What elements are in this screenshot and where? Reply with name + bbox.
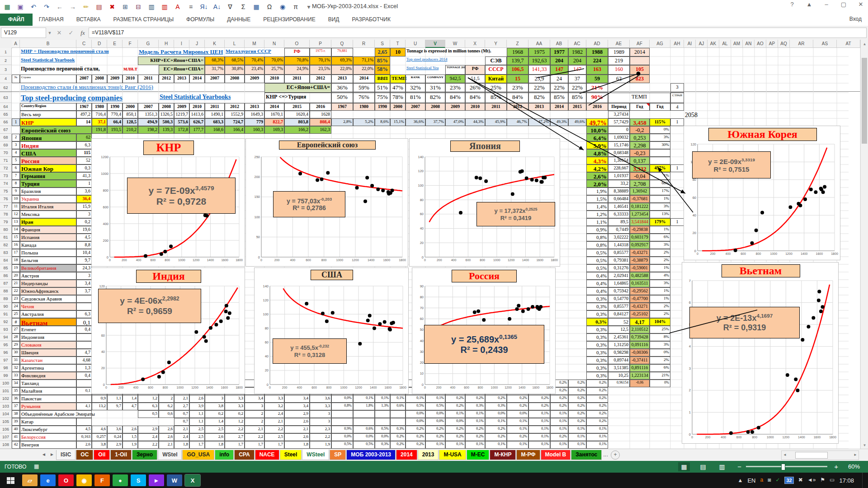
- cell-N107[interactable]: 2,5: [264, 433, 284, 441]
- cell-E65[interactable]: 770,4: [107, 111, 123, 118]
- cell-R104[interactable]: [353, 410, 375, 418]
- cell-AD106[interactable]: 0,1%: [586, 426, 608, 433]
- cell-Q3[interactable]: 22,0%: [331, 65, 353, 75]
- undo-icon[interactable]: ↶: [29, 2, 38, 12]
- cell-L66[interactable]: 724,7: [225, 118, 245, 126]
- cell-AF87[interactable]: 0,163511: [630, 280, 650, 287]
- cell-U66[interactable]: 36,6%: [406, 118, 425, 126]
- sheet-tab-М-РФ[interactable]: М-РФ: [516, 450, 540, 460]
- cell-O105[interactable]: 2,6: [284, 418, 310, 426]
- cell-T108[interactable]: 0,2%: [390, 441, 406, 449]
- cell-S63[interactable]: 75%: [375, 93, 390, 103]
- cell-AF80[interactable]: -0,29838: [630, 226, 650, 234]
- cell-C81[interactable]: 4,5: [76, 234, 92, 241]
- cell-AF100[interactable]: -0,06: [630, 380, 650, 387]
- cell-H64[interactable]: 2008: [159, 103, 174, 111]
- page-layout-view-icon[interactable]: ▤: [697, 462, 709, 471]
- cell-G66[interactable]: 494,9: [138, 118, 159, 126]
- hscroll-right-icon[interactable]: ►: [854, 453, 857, 457]
- sheet-tab-info[interactable]: info: [215, 450, 234, 460]
- sheet-tab-M-EC[interactable]: M-EC: [467, 450, 490, 460]
- cell-F65[interactable]: 850,1: [123, 111, 138, 118]
- cell-B2[interactable]: Steel Statistical Yearbook: [20, 56, 107, 65]
- cell-B84[interactable]: Бельгия: [20, 257, 76, 264]
- cell-AF67[interactable]: -0,2: [630, 126, 650, 134]
- cell-G102[interactable]: 1,2: [138, 395, 159, 403]
- sort-az-icon[interactable]: Я↓: [199, 2, 208, 12]
- cell-M2[interactable]: 70,4%: [245, 56, 264, 65]
- cell-C66[interactable]: 14: [76, 118, 92, 126]
- sheet-tab-OC[interactable]: OC: [76, 450, 93, 460]
- cell-U1[interactable]: Tonnage is expressed in million tonnes (…: [406, 48, 507, 56]
- cell-AB4[interactable]: 24: [550, 75, 568, 83]
- cell-AC2[interactable]: 204: [568, 56, 586, 65]
- cell-AD86[interactable]: 0,4%: [586, 272, 608, 280]
- cell-C84[interactable]: 9,7: [76, 257, 92, 264]
- cell-C98[interactable]: 1,3: [76, 364, 92, 372]
- tray-avast-icon[interactable]: a: [760, 477, 763, 484]
- cell-U102[interactable]: 0,1%: [406, 395, 425, 403]
- cell-B101[interactable]: Малайзия: [20, 387, 76, 395]
- cell-AD76[interactable]: 1,5%: [586, 195, 608, 203]
- cell-J103[interactable]: 3,9: [189, 403, 205, 410]
- cell-Q64[interactable]: 1967: [331, 103, 353, 111]
- cell-X104[interactable]: 0,1%: [465, 410, 485, 418]
- cell-C76[interactable]: 36,4: [76, 195, 92, 203]
- cell-S66[interactable]: 8,6%: [375, 118, 390, 126]
- cell-E108[interactable]: 2,9: [107, 441, 123, 449]
- cell-T105[interactable]: [390, 418, 406, 426]
- cell-AF68[interactable]: 0,253: [630, 134, 650, 141]
- cell-H63[interactable]: Steel Statistical Yearbooks: [159, 93, 264, 103]
- cell-R63[interactable]: 76%: [353, 93, 375, 103]
- cell-AD62[interactable]: 21%: [586, 83, 608, 93]
- cell-K64[interactable]: 2011: [205, 103, 225, 111]
- taskbar-chrome-icon[interactable]: ◉: [76, 474, 92, 486]
- cell-AE92[interactable]: 52: [608, 318, 630, 326]
- cell-C106[interactable]: 4,5: [76, 426, 92, 433]
- ribbon-tab-формулы[interactable]: ФОРМУЛЫ: [180, 14, 221, 26]
- cell-C70[interactable]: 115: [76, 149, 92, 157]
- tab-scroll-right-icon[interactable]: ►: [48, 449, 56, 457]
- cell-AA2[interactable]: 192,63: [528, 56, 550, 65]
- cell-C89[interactable]: [76, 295, 92, 303]
- hscroll-thumb[interactable]: [795, 452, 828, 459]
- cell-M67[interactable]: 160,3: [245, 126, 264, 134]
- cell-N103[interactable]: 3,2: [264, 403, 284, 410]
- cell-G107[interactable]: 2,4: [138, 433, 159, 441]
- cell-AD87[interactable]: 0,4%: [586, 280, 608, 287]
- cell-J67[interactable]: 177,7: [189, 126, 205, 134]
- cell-AE4[interactable]: 62: [608, 75, 630, 83]
- cell-I64[interactable]: 2009: [174, 103, 189, 111]
- cell-Z1[interactable]: 1968: [507, 48, 528, 56]
- cell-T103[interactable]: 0,6%: [390, 403, 406, 410]
- cell-I4[interactable]: 2013: [174, 75, 189, 83]
- cell-A87[interactable]: 21: [12, 280, 20, 287]
- cell-A88[interactable]: 22: [12, 287, 20, 295]
- cell-AE97[interactable]: 0,89744: [608, 357, 630, 364]
- cell-AD3[interactable]: 163: [586, 65, 608, 75]
- cell-F4[interactable]: 2010: [123, 75, 138, 83]
- sheet-tab-WSteel[interactable]: WSteel: [302, 449, 329, 460]
- cell-U104[interactable]: 0,0%: [406, 410, 425, 418]
- cell-AD73[interactable]: 2,6%: [586, 172, 608, 180]
- cell-B99[interactable]: Финляндия: [20, 372, 76, 380]
- cell-AG88[interactable]: 1%: [650, 287, 670, 295]
- cell-AD78[interactable]: 1,2%: [586, 211, 608, 218]
- cell-G108[interactable]: 2,2: [138, 441, 159, 449]
- cell-AF91[interactable]: -0,25102: [630, 310, 650, 318]
- cell-S3[interactable]: 58%: [375, 65, 390, 75]
- autosum-icon[interactable]: Σ: [239, 2, 248, 12]
- cell-AD90[interactable]: 0,3%: [586, 303, 608, 310]
- cell-T106[interactable]: 0,3%: [390, 426, 406, 433]
- cell-AF76[interactable]: -0,37681: [630, 195, 650, 203]
- cell-P4[interactable]: 2012: [310, 75, 331, 83]
- cell-AG99[interactable]: 21%: [650, 372, 670, 380]
- cell-P67[interactable]: 162,3: [310, 126, 331, 134]
- cell-R107[interactable]: 0,0%: [353, 433, 375, 441]
- cell-S102[interactable]: 0,1%: [375, 395, 390, 403]
- cell-Q103[interactable]: 0,8%: [331, 403, 353, 410]
- cell-AE89[interactable]: 0,54770: [608, 295, 630, 303]
- cell-L67[interactable]: 166,4: [225, 126, 245, 134]
- cell-AA64[interactable]: 2013: [528, 103, 550, 111]
- cell-I107[interactable]: 2,4: [174, 433, 189, 441]
